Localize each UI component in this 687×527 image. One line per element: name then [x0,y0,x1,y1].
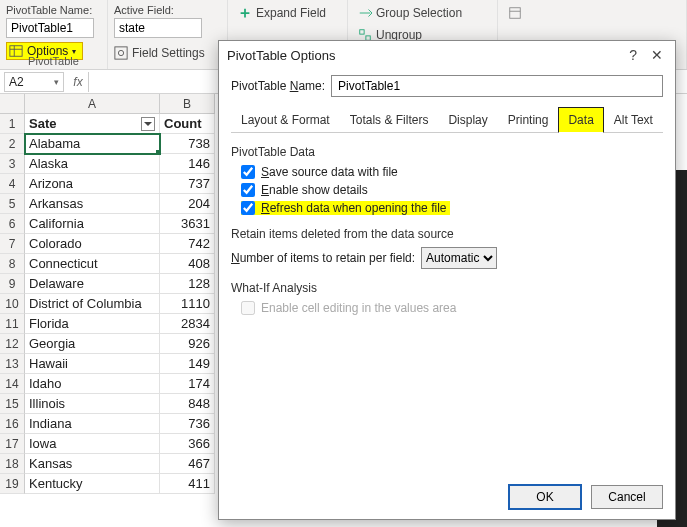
row-header[interactable]: 1 [0,114,25,134]
dialog-title: PivotTable Options [227,48,335,63]
cancel-button[interactable]: Cancel [591,485,663,509]
row-header[interactable]: 19 [0,474,25,494]
col-header-b[interactable]: B [160,94,215,114]
tab-display[interactable]: Display [438,107,497,133]
tab-data[interactable]: Data [558,107,603,133]
row-header[interactable]: 5 [0,194,25,214]
group-selection-button[interactable]: Group Selection [358,6,487,20]
chevron-down-icon: ▾ [54,77,59,87]
active-field-input[interactable] [114,18,202,38]
tab-alttext[interactable]: Alt Text [604,107,663,133]
chk-save-source[interactable] [241,165,255,179]
cell-count[interactable]: 3631 [160,214,215,234]
cell-state[interactable]: Florida [25,314,160,334]
pt-header-state[interactable]: Sate [25,114,160,134]
help-button[interactable]: ? [629,47,637,63]
row-header[interactable]: 18 [0,454,25,474]
chk-show-details[interactable] [241,183,255,197]
cell-count[interactable]: 742 [160,234,215,254]
cell-count[interactable]: 467 [160,454,215,474]
row-header[interactable]: 7 [0,234,25,254]
retain-select[interactable]: Automatic [421,247,497,269]
chk-refresh-open[interactable] [241,201,255,215]
cell-state[interactable]: California [25,214,160,234]
cell-count[interactable]: 2834 [160,314,215,334]
filter-dropdown-icon[interactable] [141,117,155,131]
row-header[interactable]: 3 [0,154,25,174]
cell-count[interactable]: 848 [160,394,215,414]
section-whatif: What-If Analysis [231,281,663,295]
select-all-corner[interactable] [0,94,25,114]
cell-state[interactable]: Kansas [25,454,160,474]
field-settings-button[interactable]: Field Settings [114,46,221,60]
close-button[interactable]: ✕ [647,47,667,63]
ok-button[interactable]: OK [509,485,581,509]
row-header[interactable]: 17 [0,434,25,454]
cell-state[interactable]: Illinois [25,394,160,414]
cell-state[interactable]: Delaware [25,274,160,294]
cell-count[interactable]: 149 [160,354,215,374]
cell-count[interactable]: 174 [160,374,215,394]
pivot-name-label: PivotTable Name: [6,4,101,16]
dialog-tabs: Layout & Format Totals & Filters Display… [231,107,663,133]
section-retain: Retain items deleted from the data sourc… [231,227,663,241]
cell-count[interactable]: 128 [160,274,215,294]
cell-count[interactable]: 737 [160,174,215,194]
svg-rect-7 [510,8,521,19]
cell-count[interactable]: 146 [160,154,215,174]
cell-state[interactable]: Kentucky [25,474,160,494]
row-header[interactable]: 6 [0,214,25,234]
cell-count[interactable]: 736 [160,414,215,434]
cell-state[interactable]: Idaho [25,374,160,394]
section-pivot-data: PivotTable Data [231,145,663,159]
cell-state[interactable]: Colorado [25,234,160,254]
expand-field-button[interactable]: Expand Field [238,6,337,20]
ribbon-group-pivot-label: PivotTable [0,55,107,67]
row-header[interactable]: 14 [0,374,25,394]
row-header[interactable]: 10 [0,294,25,314]
cell-count[interactable]: 926 [160,334,215,354]
svg-rect-5 [360,30,364,34]
tab-totals[interactable]: Totals & Filters [340,107,439,133]
row-header[interactable]: 12 [0,334,25,354]
dialog-name-input[interactable] [331,75,663,97]
row-header[interactable]: 9 [0,274,25,294]
cell-state[interactable]: Connecticut [25,254,160,274]
row-header[interactable]: 2 [0,134,25,154]
row-header[interactable]: 15 [0,394,25,414]
tab-printing[interactable]: Printing [498,107,559,133]
cell-count[interactable]: 411 [160,474,215,494]
pt-header-count[interactable]: Count [160,114,215,134]
svg-rect-3 [115,47,127,59]
cell-state[interactable]: Alabama [25,134,160,154]
col-header-a[interactable]: A [25,94,160,114]
cell-state[interactable]: Hawaii [25,354,160,374]
dialog-name-label: PivotTable Name: [231,79,325,93]
cell-count[interactable]: 1110 [160,294,215,314]
name-box[interactable]: A2▾ [4,72,64,92]
row-header[interactable]: 16 [0,414,25,434]
cell-count[interactable]: 366 [160,434,215,454]
row-header[interactable]: 8 [0,254,25,274]
row-header[interactable]: 11 [0,314,25,334]
chk-save-source-label: Save source data with file [261,165,398,179]
cell-state[interactable]: Iowa [25,434,160,454]
cell-state[interactable]: District of Columbia [25,294,160,314]
cell-count[interactable]: 408 [160,254,215,274]
pivot-name-input[interactable] [6,18,94,38]
cell-state[interactable]: Indiana [25,414,160,434]
cell-state[interactable]: Arkansas [25,194,160,214]
row-header[interactable]: 4 [0,174,25,194]
expand-icon [238,6,252,20]
cell-state[interactable]: Georgia [25,334,160,354]
cell-count[interactable]: 204 [160,194,215,214]
row-header[interactable]: 13 [0,354,25,374]
slicer-button[interactable] [508,6,676,20]
cell-count[interactable]: 738 [160,134,215,154]
cell-state[interactable]: Arizona [25,174,160,194]
cell-state[interactable]: Alaska [25,154,160,174]
chk-show-details-label: Enable show details [261,183,368,197]
tab-layout[interactable]: Layout & Format [231,107,340,133]
fx-button[interactable]: fx [68,75,88,89]
active-field-label: Active Field: [114,4,221,16]
